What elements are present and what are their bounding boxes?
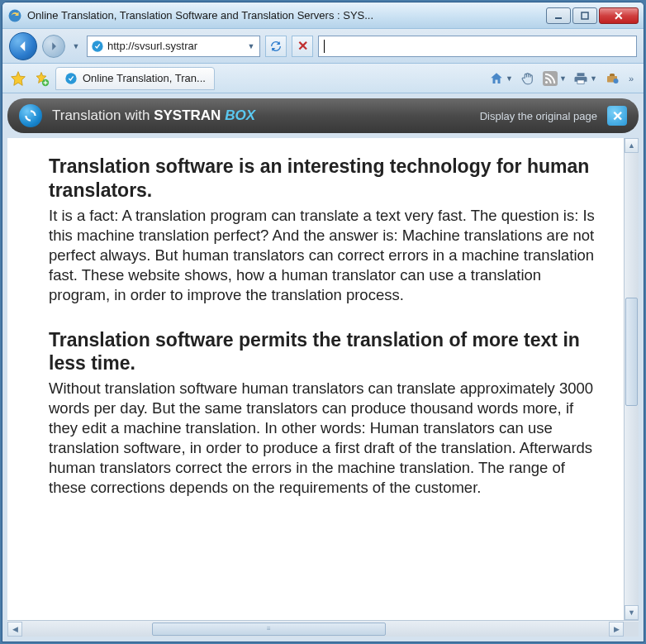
page-viewport: Translation software is an interesting t… bbox=[7, 138, 639, 620]
paragraph-2: Without translation software human trans… bbox=[49, 379, 599, 498]
systran-favicon-icon bbox=[64, 72, 78, 85]
home-button[interactable]: ▼ bbox=[487, 69, 515, 88]
recent-pages-dropdown[interactable]: ▼ bbox=[70, 34, 82, 59]
more-tools-button[interactable]: » bbox=[625, 74, 637, 83]
print-button[interactable]: ▼ bbox=[572, 69, 599, 88]
svg-rect-1 bbox=[582, 12, 588, 19]
minimize-button[interactable] bbox=[546, 7, 571, 24]
svg-rect-7 bbox=[577, 80, 584, 83]
horizontal-scrollbar[interactable]: ◀ ≡ ▶ bbox=[7, 620, 639, 637]
systran-title: Translation with SYSTRAN BOX bbox=[52, 107, 255, 124]
page-content: Translation software is an interesting t… bbox=[7, 138, 624, 620]
close-button[interactable]: ✕ bbox=[599, 7, 639, 24]
back-button[interactable] bbox=[9, 32, 37, 60]
vertical-scrollbar[interactable]: ▲ ▼ bbox=[624, 138, 639, 620]
content-area: Translation with SYSTRAN BOX Display the… bbox=[2, 93, 644, 642]
window-title: Online Translation, Translation Software… bbox=[27, 9, 546, 21]
add-favorites-button[interactable] bbox=[32, 69, 50, 88]
hscroll-thumb[interactable]: ≡ bbox=[152, 623, 386, 636]
hand-tool-button[interactable] bbox=[518, 69, 538, 88]
systran-brand: SYSTRAN bbox=[154, 107, 225, 123]
systran-box: BOX bbox=[225, 107, 255, 123]
tab-bar: Online Translation, Tran... ▼ ▼ ▼ » bbox=[2, 64, 644, 93]
maximize-button[interactable] bbox=[572, 7, 597, 24]
systran-close-button[interactable]: ✕ bbox=[607, 106, 627, 126]
scroll-corner bbox=[624, 622, 639, 637]
heading-1: Translation software is an interesting t… bbox=[49, 155, 599, 203]
scroll-down-button[interactable]: ▼ bbox=[625, 605, 639, 620]
paragraph-1: It is a fact: A translation program can … bbox=[49, 206, 599, 305]
systran-logo-icon bbox=[19, 104, 42, 127]
hscroll-track[interactable]: ≡ bbox=[23, 622, 608, 637]
favorites-button[interactable] bbox=[9, 69, 27, 88]
systran-prefix: Translation with bbox=[52, 107, 154, 123]
stop-button[interactable]: ✕ bbox=[292, 36, 313, 57]
display-original-link[interactable]: Display the original page bbox=[480, 110, 597, 122]
address-bar[interactable]: http://svsurl.systrar ▼ bbox=[87, 36, 260, 57]
url-text: http://svsurl.systrar bbox=[107, 40, 243, 52]
tab-label: Online Translation, Tran... bbox=[83, 72, 206, 84]
svg-rect-0 bbox=[555, 17, 562, 19]
svg-point-6 bbox=[545, 81, 548, 83]
scroll-left-button[interactable]: ◀ bbox=[7, 622, 22, 637]
search-box[interactable] bbox=[318, 36, 637, 57]
heading-2: Translation software permits the transla… bbox=[49, 328, 599, 376]
svg-rect-5 bbox=[543, 71, 558, 86]
forward-button[interactable] bbox=[42, 35, 65, 58]
scroll-up-button[interactable]: ▲ bbox=[625, 138, 639, 153]
refresh-button[interactable] bbox=[265, 36, 287, 57]
browser-window: Online Translation, Translation Software… bbox=[2, 2, 644, 642]
scroll-right-button[interactable]: ▶ bbox=[609, 622, 624, 637]
command-bar: ▼ ▼ ▼ » bbox=[487, 69, 637, 88]
titlebar: Online Translation, Translation Software… bbox=[2, 2, 644, 29]
vscroll-track[interactable] bbox=[625, 153, 639, 605]
ie-icon bbox=[7, 8, 22, 23]
window-controls: ✕ bbox=[546, 7, 639, 24]
vscroll-thumb[interactable] bbox=[625, 298, 638, 406]
feeds-button[interactable]: ▼ bbox=[541, 69, 568, 88]
navigation-bar: ▼ http://svsurl.systrar ▼ ✕ bbox=[2, 29, 644, 64]
systran-toolbar: Translation with SYSTRAN BOX Display the… bbox=[7, 98, 639, 133]
url-dropdown[interactable]: ▼ bbox=[246, 42, 256, 50]
search-input[interactable] bbox=[325, 40, 631, 52]
tab-current[interactable]: Online Translation, Tran... bbox=[55, 67, 215, 90]
svg-point-9 bbox=[613, 79, 618, 83]
systran-favicon-icon bbox=[91, 40, 104, 53]
tools-button[interactable] bbox=[602, 69, 622, 88]
